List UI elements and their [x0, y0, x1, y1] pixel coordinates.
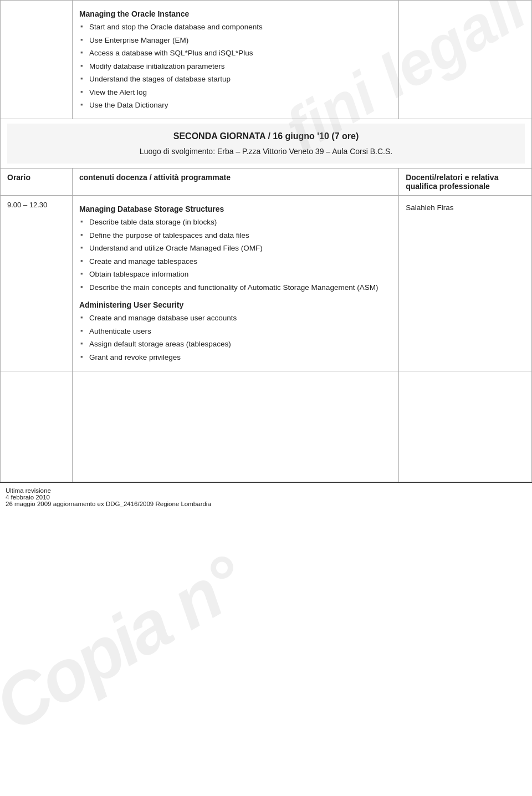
data-row-0: 9.00 – 12.30 Managing Database Storage S… [1, 195, 532, 371]
bullet-item: Assign default storage areas (tablespace… [79, 338, 392, 351]
seconda-giornata-row: SECONDA GIORNATA / 16 giugno '10 (7 ore)… [1, 119, 532, 168]
time-cell: 9.00 – 12.30 [1, 195, 73, 371]
contenuti-label: contenuti docenza / attività programmate [79, 173, 231, 182]
oracle-instance-content: Managing the Oracle Instance Start and s… [72, 1, 398, 119]
footer: Ultima revisione 4 febbraio 2010 26 magg… [0, 482, 532, 509]
bullet-item: Start and stop the Oracle database and c… [79, 21, 392, 34]
oracle-instance-bullets: Start and stop the Oracle database and c… [79, 21, 392, 112]
storage-structures-title: Managing Database Storage Structures [79, 205, 392, 213]
footer-date1: 4 febbraio 2010 [6, 494, 526, 501]
spacer-time [1, 371, 73, 482]
bullet-item: Grant and revoke privileges [79, 351, 392, 364]
docenti-header: Docenti/relatori e relativa qualifica pr… [399, 168, 532, 195]
time-value: 9.00 – 12.30 [7, 201, 47, 209]
bullet-item: Use Enterprise Manager (EM) [79, 34, 392, 47]
bullet-item: Modify database initialization parameter… [79, 60, 392, 73]
location-info: Luogo di svolgimento: Erba – P.zza Vitto… [7, 146, 525, 164]
ultima-revisione-label: Ultima revisione [6, 487, 526, 494]
page-wrapper: Copia n° fini legali Managing the Oracle… [0, 0, 532, 796]
bullet-item: Understand the stages of database startu… [79, 73, 392, 86]
bullet-item: View the Alert log [79, 86, 392, 99]
column-header-row: Orario contenuti docenza / attività prog… [1, 168, 532, 195]
user-security-title: Administering User Security [79, 300, 392, 309]
storage-bullets: Describe table data storage (in blocks) … [79, 216, 392, 294]
main-content-table: Managing the Oracle Instance Start and s… [0, 0, 532, 482]
teachers-cell-top-empty [399, 1, 532, 119]
bullet-item: Understand and utilize Oracle Managed Fi… [79, 242, 392, 255]
content-cell: Managing Database Storage Structures Des… [72, 195, 398, 371]
spacer-teachers [399, 371, 532, 482]
orario-label: Orario [7, 173, 30, 182]
docenti-label: Docenti/relatori e relativa qualifica pr… [406, 173, 498, 191]
bullet-item: Describe the main concepts and functiona… [79, 281, 392, 294]
spacer-row [1, 371, 532, 482]
teachers-cell: Salahieh Firas [399, 195, 532, 371]
bullet-item: Obtain tablespace information [79, 268, 392, 281]
teacher-name: Salahieh Firas [406, 203, 525, 212]
oracle-instance-title: Managing the Oracle Instance [79, 9, 392, 18]
bullet-item: Authenticate users [79, 325, 392, 338]
contenuti-header: contenuti docenza / attività programmate [72, 168, 398, 195]
footer-date2: 26 maggio 2009 aggiornamento ex DDG_2416… [6, 501, 526, 507]
seconda-heading: SECONDA GIORNATA / 16 giugno '10 (7 ore) [7, 124, 525, 146]
bullet-item: Create and manage database user accounts [79, 312, 392, 325]
bullet-item: Describe table data storage (in blocks) [79, 216, 392, 229]
bullet-item: Define the purpose of tablespaces and da… [79, 229, 392, 242]
bullet-item: Access a database with SQL*Plus and iSQL… [79, 47, 392, 60]
orario-header: Orario [1, 168, 73, 195]
watermark-copia: Copia n° [0, 540, 257, 747]
bullet-item: Create and manage tablespaces [79, 255, 392, 268]
time-cell-empty [1, 1, 73, 119]
seconda-giornata-cell: SECONDA GIORNATA / 16 giugno '10 (7 ore)… [1, 119, 532, 168]
security-bullets: Create and manage database user accounts… [79, 312, 392, 364]
oracle-instance-row: Managing the Oracle Instance Start and s… [1, 1, 532, 119]
spacer-content [72, 371, 398, 482]
bullet-item: Use the Data Dictionary [79, 99, 392, 112]
